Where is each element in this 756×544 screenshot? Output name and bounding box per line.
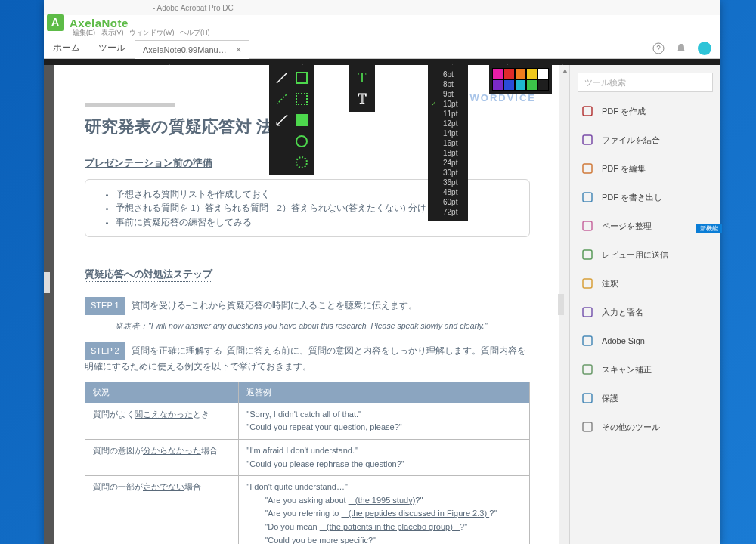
tool-icon	[581, 190, 594, 204]
svg-rect-14	[583, 308, 592, 317]
size-option[interactable]: 48pt	[428, 187, 468, 197]
pane-handle-left[interactable]	[44, 272, 50, 293]
color-swatch[interactable]	[503, 79, 515, 91]
document-tab[interactable]: AxelaNote0.99Manu… ×	[135, 40, 249, 59]
app-name: AxelaNote	[70, 17, 129, 29]
size-option[interactable]: 72pt	[428, 207, 468, 217]
menu-help[interactable]: ヘルプ(H)	[180, 29, 210, 36]
table-row: 質問がよく聞こえなかったとき "Sorry, I didn't catch al…	[85, 403, 530, 439]
menu-edit[interactable]: 編集(E)	[73, 29, 95, 36]
rect-fill-icon[interactable]	[293, 112, 310, 128]
font-size-panel[interactable]: 6pt8pt9pt10pt11pt12pt14pt16pt18pt24pt30p…	[428, 65, 468, 221]
tool-icon	[581, 420, 594, 434]
text-outline-icon[interactable]: T	[354, 91, 370, 107]
line-dotted-icon[interactable]	[274, 91, 290, 107]
minimize-icon[interactable]: —	[688, 2, 698, 13]
app-icon: A	[47, 14, 64, 31]
circle-outline-icon[interactable]	[293, 133, 310, 150]
svg-rect-9	[583, 164, 592, 173]
svg-text:?: ?	[656, 45, 661, 53]
search-input[interactable]: ツール検索	[578, 73, 713, 92]
sidebar-item-label: ページを整理	[602, 221, 652, 232]
sidebar-item[interactable]: その他のツール	[570, 413, 720, 441]
color-swatch[interactable]	[538, 79, 549, 91]
size-option[interactable]: 30pt	[428, 168, 468, 178]
color-swatch[interactable]	[515, 79, 526, 91]
tool-icon	[581, 219, 594, 233]
size-option[interactable]: 9pt	[428, 89, 468, 99]
color-swatch[interactable]	[526, 79, 538, 91]
sidebar-item[interactable]: レビュー用に送信	[570, 240, 720, 269]
size-option[interactable]: 14pt	[428, 128, 468, 138]
menu-window[interactable]: ウィンドウ(W)	[129, 29, 175, 36]
svg-rect-18	[583, 422, 592, 431]
avatar[interactable]	[698, 42, 711, 55]
size-option[interactable]: 18pt	[428, 148, 468, 158]
qa-table: 状況返答例 質問がよく聞こえなかったとき "Sorry, I didn't ca…	[85, 382, 530, 544]
tab-home[interactable]: ホーム	[44, 42, 89, 54]
sidebar-item[interactable]: Adobe Sign	[570, 326, 720, 355]
sidebar-item-label: PDF を書き出し	[602, 192, 662, 203]
svg-rect-12	[583, 250, 592, 259]
text-fill-icon[interactable]: T	[354, 70, 370, 86]
size-option[interactable]: 36pt	[428, 178, 468, 187]
size-option[interactable]: 6pt	[428, 70, 468, 79]
text-tool-panel[interactable]: T T	[349, 65, 375, 112]
line-solid-icon[interactable]	[274, 70, 290, 86]
size-option[interactable]: 16pt	[428, 138, 468, 148]
sidebar-item[interactable]: PDF を書き出し	[570, 183, 720, 212]
color-swatch[interactable]	[492, 68, 503, 79]
sidebar-item-label: 注釈	[602, 278, 618, 289]
step2: STEP 2質問を正確に理解する−質問に答える前に、質問の意図と内容をしっかり理…	[85, 342, 530, 374]
sidebar-item[interactable]: 注釈	[570, 269, 720, 298]
sidebar-item[interactable]: 入力と署名	[570, 298, 720, 326]
tab-tool[interactable]: ツール	[89, 42, 135, 54]
svg-rect-7	[583, 107, 592, 116]
sidebar-item[interactable]: 保護	[570, 384, 720, 413]
color-swatch[interactable]	[492, 79, 503, 91]
sidebar-item[interactable]: ファイルを結合	[570, 125, 720, 154]
sidebar-item-label: 入力と署名	[602, 307, 643, 318]
rect-dotted-icon[interactable]	[293, 91, 310, 107]
shape-tool-panel[interactable]	[269, 65, 314, 175]
color-swatch[interactable]	[503, 68, 515, 79]
sidebar-item-label: レビュー用に送信	[602, 249, 668, 261]
pane-handle-right[interactable]	[558, 294, 564, 315]
size-option[interactable]: 60pt	[428, 197, 468, 207]
close-icon[interactable]: ×	[236, 44, 242, 55]
circle-dotted-icon[interactable]	[293, 154, 310, 171]
sidebar-item-label: PDF を編集	[602, 163, 646, 175]
sidebar-item[interactable]: PDF を編集	[570, 154, 720, 183]
tool-icon	[581, 277, 594, 290]
size-option[interactable]: 11pt	[428, 109, 468, 119]
th-response: 返答例	[239, 382, 530, 403]
titlebar: - Adobe Acrobat Pro DC	[44, 0, 720, 15]
bell-icon[interactable]	[675, 42, 687, 54]
size-option[interactable]: 24pt	[428, 158, 468, 168]
color-swatch[interactable]	[526, 68, 538, 79]
arrow-icon[interactable]	[274, 112, 290, 128]
size-option[interactable]: 10pt	[428, 99, 468, 109]
menu-display[interactable]: 表示(V)	[101, 29, 124, 36]
new-badge: 新機能	[696, 224, 722, 233]
color-swatch[interactable]	[538, 68, 549, 79]
svg-rect-11	[583, 221, 592, 230]
th-situation: 状況	[85, 382, 239, 403]
app-window: - Adobe Acrobat Pro DC A AxelaNote — 編集(…	[44, 0, 720, 544]
svg-line-20	[277, 94, 287, 104]
step1: STEP 1質問を受ける−これから質疑応答の時間に入ることを聴衆に伝えます。	[85, 297, 530, 315]
tabbar-right: ?	[652, 42, 720, 55]
tool-icon	[581, 104, 594, 118]
svg-rect-15	[583, 336, 592, 345]
color-swatch[interactable]	[515, 68, 526, 79]
rect-outline-icon[interactable]	[293, 70, 310, 86]
doc-h2-2: 質疑応答への対処法ステップ	[85, 267, 212, 282]
sidebar-item[interactable]: スキャン補正	[570, 355, 720, 384]
size-option[interactable]: 8pt	[428, 79, 468, 89]
sidebar-item[interactable]: PDF を作成	[570, 97, 720, 125]
scrollbar-horizontal[interactable]	[85, 103, 175, 107]
help-icon[interactable]: ?	[652, 42, 665, 54]
step1-sub: 発表者："I will now answer any questions you…	[115, 321, 530, 332]
size-option[interactable]: 12pt	[428, 119, 468, 128]
color-panel[interactable]	[489, 65, 552, 94]
